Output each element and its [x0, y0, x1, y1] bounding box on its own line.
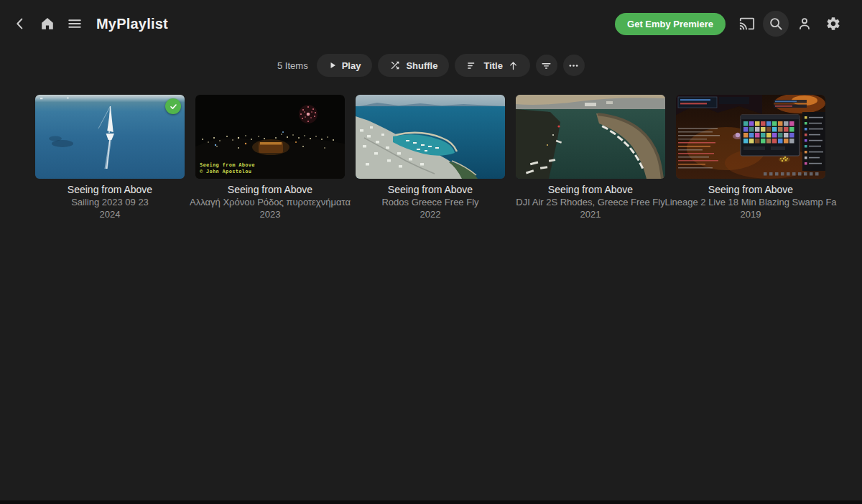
ellipsis-icon	[567, 60, 580, 72]
more-button[interactable]	[563, 55, 585, 76]
video-thumbnail[interactable]	[356, 95, 505, 179]
card-title[interactable]: Seeing from Above	[228, 184, 312, 195]
check-icon	[169, 102, 178, 111]
user-button[interactable]	[792, 11, 817, 37]
watermark-line2: © John Apostolou	[200, 169, 255, 175]
play-button[interactable]: Play	[317, 54, 373, 77]
thumbnail-art-sailing	[35, 95, 185, 179]
card-title[interactable]: Seeing from Above	[68, 184, 152, 195]
card-title[interactable]: Seeing from Above	[388, 184, 473, 195]
page-title: MyPlaylist	[96, 16, 168, 32]
card-title[interactable]: Seeing from Above	[548, 184, 633, 195]
sort-button[interactable]: Title	[455, 54, 530, 77]
card-subtitle: Lineage 2 Live 18 Min Blazing Swamp Fa	[664, 197, 836, 207]
card-subtitle: Sailing 2023 09 23	[71, 197, 149, 207]
card-year: 2019	[741, 209, 761, 220]
chevron-left-icon	[12, 16, 28, 32]
header-left-group: MyPlaylist	[7, 11, 168, 37]
watermark-line1: Seeing from Above	[200, 162, 255, 169]
playlist-items: Seeing from Above Sailing 2023 09 23 202…	[0, 95, 862, 220]
top-bar: MyPlaylist Get Emby Premiere	[0, 0, 862, 47]
search-icon	[768, 16, 784, 32]
card-year: 2024	[100, 209, 121, 220]
card-subtitle: DJI Air 2S Rhodes, Greece Free Fly	[516, 197, 664, 207]
video-thumbnail[interactable]	[516, 95, 665, 179]
card-subtitle: Rodos Greece Free Fly	[381, 197, 478, 207]
card-title[interactable]: Seeing from Above	[708, 184, 793, 195]
shuffle-label: Shuffle	[406, 60, 437, 71]
thumbnail-art-game	[676, 95, 825, 179]
header-right-group: Get Emby Premiere	[615, 11, 846, 37]
menu-button[interactable]	[62, 11, 88, 37]
video-thumbnail[interactable]: Seeing from Above © John Apostolou	[195, 95, 345, 179]
home-icon	[40, 16, 55, 32]
gear-icon	[825, 16, 841, 32]
menu-icon	[67, 16, 83, 32]
watermark-text: Seeing from Above © John Apostolou	[200, 162, 255, 175]
home-button[interactable]	[34, 11, 60, 37]
thumbnail-art-harbor	[516, 95, 665, 179]
cast-button[interactable]	[734, 11, 760, 37]
toolbar: 5 Items Play Shuffle Title	[0, 54, 862, 77]
watched-badge	[165, 98, 181, 114]
card-subtitle: Αλλαγή Χρόνου Ρόδος πυροτεχνήματα	[190, 197, 351, 207]
user-icon	[797, 16, 812, 32]
settings-button[interactable]	[820, 11, 846, 37]
shuffle-icon	[389, 60, 401, 71]
play-label: Play	[342, 60, 361, 71]
video-card: Seeing from Above Rodos Greece Free Fly …	[356, 95, 505, 220]
card-year: 2023	[260, 209, 281, 220]
sort-icon	[466, 60, 478, 72]
video-card: Seeing from Above Lineage 2 Live 18 Min …	[676, 95, 825, 220]
window-bottom-edge	[0, 500, 862, 504]
card-year: 2022	[420, 209, 441, 220]
thumbnail-art-coast	[356, 95, 505, 179]
back-button[interactable]	[7, 11, 33, 37]
item-count: 5 Items	[277, 60, 308, 71]
card-year: 2021	[580, 209, 601, 220]
shuffle-button[interactable]: Shuffle	[378, 54, 449, 77]
video-card: Seeing from Above © John Apostolou Seein…	[195, 95, 345, 220]
video-thumbnail[interactable]	[35, 95, 185, 179]
video-card: Seeing from Above DJI Air 2S Rhodes, Gre…	[516, 95, 665, 220]
search-button[interactable]	[763, 11, 789, 37]
play-icon	[328, 61, 337, 70]
get-emby-premiere-button[interactable]: Get Emby Premiere	[615, 13, 726, 35]
video-thumbnail[interactable]	[676, 95, 825, 179]
sort-label: Title	[483, 60, 503, 71]
cast-icon	[739, 16, 755, 32]
filter-icon	[540, 60, 552, 72]
arrow-up-icon	[508, 60, 519, 71]
filter-button[interactable]	[536, 55, 557, 76]
video-card: Seeing from Above Sailing 2023 09 23 202…	[35, 95, 185, 220]
